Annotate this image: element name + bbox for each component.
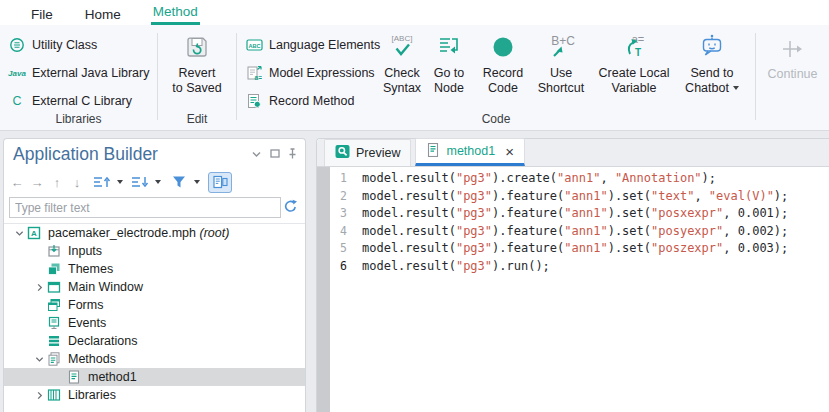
move-up-icon[interactable]: ↑	[48, 172, 66, 192]
collapse-list-icon[interactable]	[131, 172, 149, 192]
code-text: model.result("pg3").feature("ann1").set(…	[356, 206, 788, 220]
pin-icon[interactable]	[288, 148, 297, 159]
code-line-6: 6model.result("pg3").run();	[317, 258, 829, 276]
continue-button[interactable]: Continue	[756, 25, 829, 121]
tree-expander-spacer	[32, 316, 46, 330]
record-method-icon	[245, 93, 263, 109]
ribbon-group-libraries: Utility Class Java External Java Library…	[0, 25, 157, 131]
create-local-variable-button[interactable]: a=T Create Local Variable	[588, 25, 680, 121]
check-syntax-icon: [ABC]	[374, 32, 430, 62]
expand-list-icon[interactable]	[93, 172, 111, 192]
back-icon[interactable]: ←	[8, 172, 26, 192]
tab-method1[interactable]: method1 ×	[415, 138, 524, 166]
ribbon: Utility Class Java External Java Library…	[0, 25, 829, 131]
svg-text:B+C: B+C	[551, 34, 575, 48]
language-elements-button[interactable]: ABC Language Elements	[245, 36, 380, 54]
utility-class-button[interactable]: Utility Class	[8, 36, 97, 54]
external-java-library-button[interactable]: Java External Java Library	[8, 64, 149, 82]
use-shortcut-button[interactable]: B+C Use Shortcut	[531, 25, 591, 121]
events-icon	[46, 316, 62, 330]
ribbon-group-libraries-label: Libraries	[0, 112, 157, 126]
go-to-node-button[interactable]: Go to Node	[425, 25, 473, 121]
model-expressions-button[interactable]: a= Model Expressions	[245, 64, 375, 82]
code-text: model.result("pg3").feature("ann1").set(…	[356, 241, 788, 255]
code-editor[interactable]: 1model.result("pg3").create("ann1", "Ann…	[317, 167, 829, 412]
float-icon[interactable]	[270, 149, 280, 158]
code-line-4: 4model.result("pg3").feature("ann1").set…	[317, 223, 829, 241]
forward-icon[interactable]: →	[28, 172, 46, 192]
themes-icon	[46, 262, 62, 276]
check-syntax-button[interactable]: [ABC] Check Syntax	[374, 25, 430, 121]
tab-method1-label: method1	[446, 144, 495, 158]
tree-item-main-window[interactable]: Main Window	[4, 278, 305, 296]
tree-item-themes[interactable]: Themes	[4, 260, 305, 278]
app-root-icon: A	[26, 226, 42, 240]
filter-input[interactable]	[9, 197, 281, 218]
tree-item-forms[interactable]: Forms	[4, 296, 305, 314]
refresh-icon[interactable]	[283, 199, 298, 218]
tree-item-events[interactable]: Events	[4, 314, 305, 332]
editor-gutter	[317, 167, 330, 412]
use-shortcut-icon: B+C	[531, 32, 591, 62]
chevron-down-icon[interactable]	[251, 150, 262, 158]
ribbon-tab-file[interactable]: File	[29, 5, 55, 25]
tree-expander-icon[interactable]	[32, 388, 46, 402]
external-c-library-label: External C Library	[32, 94, 132, 108]
tab-preview[interactable]: Preview	[324, 139, 411, 166]
chevron-down-icon[interactable]	[194, 180, 200, 184]
code-line-5: 5model.result("pg3").feature("ann1").set…	[317, 240, 829, 258]
tree-expander-icon[interactable]	[32, 352, 46, 366]
create-local-variable-icon: a=T	[588, 32, 680, 62]
line-number: 4	[330, 223, 356, 241]
ribbon-tab-home[interactable]: Home	[83, 5, 123, 25]
record-code-button[interactable]: Record Code	[477, 25, 529, 121]
show-detail-toggle-icon[interactable]	[208, 172, 232, 193]
ribbon-group-code: ABC Language Elements a= Model Expressio…	[237, 25, 755, 131]
send-to-chatbot-icon	[676, 32, 748, 62]
tree-expander-icon[interactable]	[12, 226, 26, 240]
code-text: model.result("pg3").feature("ann1").set(…	[356, 189, 788, 203]
svg-text:a=: a=	[255, 74, 262, 81]
send-to-chatbot-button[interactable]: Send to Chatbot	[676, 25, 748, 121]
inputs-icon	[46, 244, 62, 258]
tree-item-methods[interactable]: Methods	[4, 350, 305, 368]
tree-item-libraries[interactable]: Libraries	[4, 386, 305, 404]
chevron-down-icon[interactable]	[155, 180, 161, 184]
tree-item-declarations[interactable]: Declarations	[4, 332, 305, 350]
tree-item-method1[interactable]: method1	[4, 368, 305, 386]
go-to-node-icon	[425, 32, 473, 62]
record-method-button[interactable]: Record Method	[245, 92, 354, 110]
utility-class-label: Utility Class	[32, 38, 97, 52]
close-icon[interactable]: ×	[505, 144, 514, 159]
record-method-label: Record Method	[269, 94, 354, 108]
svg-text:A: A	[31, 229, 37, 238]
code-text: model.result("pg3").run();	[356, 259, 550, 273]
ribbon-tab-method[interactable]: Method	[151, 2, 200, 25]
model-expressions-label: Model Expressions	[269, 66, 375, 80]
external-c-library-button[interactable]: C External C Library	[8, 92, 132, 110]
comsol-window: File Home Method Utility Class Java Exte…	[0, 0, 829, 412]
panel-title: Application Builder	[13, 144, 158, 165]
tree-item-inputs[interactable]: Inputs	[4, 242, 305, 260]
tree-expander-icon[interactable]	[32, 280, 46, 294]
tree-expander-spacer	[52, 370, 66, 384]
external-java-library-label: External Java Library	[32, 66, 149, 80]
tree-item-pacemaker-electrode-mph[interactable]: Apacemaker_electrode.mph (root)	[4, 224, 305, 242]
code-line-1: 1model.result("pg3").create("ann1", "Ann…	[317, 170, 829, 188]
libraries-icon	[46, 388, 62, 402]
svg-text:[ABC]: [ABC]	[392, 34, 413, 43]
revert-to-saved-button[interactable]: Revert to Saved	[158, 25, 236, 121]
tree-expander-spacer	[32, 298, 46, 312]
method-icon	[66, 370, 82, 384]
move-down-icon[interactable]: ↓	[68, 172, 86, 192]
svg-text:T: T	[635, 47, 641, 58]
methods-icon	[46, 352, 62, 366]
tree-item-label: Libraries	[68, 388, 116, 402]
line-number: 2	[330, 188, 356, 206]
tree-item-label: Events	[68, 316, 106, 330]
tree-item-label: method1	[88, 370, 137, 384]
filter-icon[interactable]	[170, 172, 188, 192]
chevron-down-icon[interactable]	[117, 180, 123, 184]
application-builder-tree: Apacemaker_electrode.mph (root)InputsThe…	[4, 223, 305, 412]
code-text: model.result("pg3").feature("ann1").set(…	[356, 224, 788, 238]
